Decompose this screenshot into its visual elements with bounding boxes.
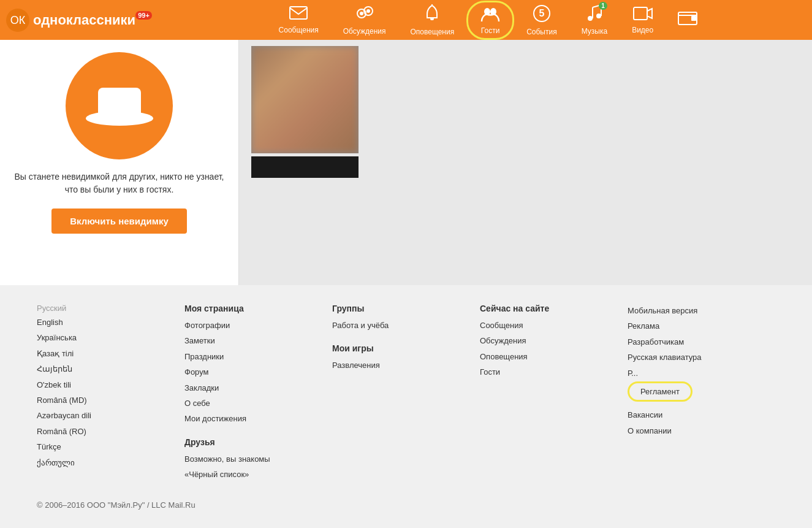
- link-mobile[interactable]: Мобильная версия: [628, 306, 697, 315]
- list-item[interactable]: Заметки: [184, 334, 332, 348]
- list-item[interactable]: Русская клавиатура: [628, 350, 775, 364]
- footer-languages-col: Русский English Українська Қазақ тілі Հա…: [37, 304, 184, 482]
- link-company[interactable]: О компании: [628, 426, 672, 435]
- list-item[interactable]: Azərbaycan dili: [37, 408, 184, 423]
- svg-rect-24: [98, 88, 141, 118]
- link-developers[interactable]: Разработчикам: [628, 337, 684, 346]
- footer-copyright: © 2006–2016 ООО "Мэйл.Ру" / LLC Mail.Ru: [37, 500, 775, 510]
- link-site-discussions[interactable]: Обсуждения: [480, 336, 526, 345]
- list-item[interactable]: Форум: [184, 365, 332, 379]
- list-item[interactable]: Română (RO): [37, 424, 184, 438]
- svg-text:ОК: ОК: [10, 14, 26, 26]
- footer-friends-title: Друзья: [184, 437, 332, 447]
- lang-georgian[interactable]: ქართული: [37, 458, 75, 467]
- link-ads[interactable]: Реклама: [628, 321, 659, 331]
- nav-events[interactable]: 5 События: [514, 0, 569, 41]
- list-item[interactable]: ქართული: [37, 456, 184, 470]
- list-item[interactable]: Р...: [628, 366, 775, 380]
- list-item[interactable]: Фотографии: [184, 318, 332, 332]
- nav-video[interactable]: Видео: [620, 1, 666, 39]
- list-item[interactable]: Обсуждения: [480, 334, 628, 348]
- footer-more-col: Мобильная версия Реклама Разработчикам Р…: [628, 304, 775, 482]
- list-item[interactable]: Мои достижения: [184, 411, 332, 426]
- list-item[interactable]: «Чёрный список»: [184, 467, 332, 481]
- link-work-study[interactable]: Работа и учёба: [332, 321, 389, 330]
- list-item[interactable]: Türkçe: [37, 440, 184, 454]
- list-item[interactable]: Работа и учёба: [332, 318, 480, 332]
- link-about[interactable]: О себе: [184, 399, 210, 408]
- lang-turkish[interactable]: Türkçe: [37, 442, 61, 451]
- list-item[interactable]: Реклама: [628, 319, 775, 333]
- link-blacklist[interactable]: «Чёрный список»: [184, 470, 249, 479]
- list-item[interactable]: О себе: [184, 396, 332, 410]
- list-item: [628, 403, 775, 407]
- profile-photo-blurred: [251, 46, 359, 153]
- video-icon: [633, 6, 653, 25]
- svg-rect-7: [430, 18, 434, 20]
- lang-ukrainian[interactable]: Українська: [37, 333, 77, 342]
- nav-messages-label: Сообщения: [279, 26, 319, 34]
- link-forum[interactable]: Форум: [184, 367, 209, 377]
- list-item[interactable]: Развлечения: [332, 358, 480, 372]
- list-item[interactable]: Регламент: [628, 381, 775, 402]
- link-keyboard[interactable]: Русская клавиатура: [628, 353, 702, 362]
- link-r-partial[interactable]: Р...: [628, 369, 638, 378]
- list-item[interactable]: Оповещения: [480, 350, 628, 364]
- list-item[interactable]: Праздники: [184, 350, 332, 364]
- logo-area[interactable]: ОК одноклассники 99+: [6, 9, 152, 32]
- list-item[interactable]: English: [37, 315, 184, 329]
- nav-music[interactable]: 1 Музыка: [569, 0, 620, 40]
- list-item[interactable]: Қазақ тілі: [37, 346, 184, 361]
- link-site-messages[interactable]: Сообщения: [480, 321, 523, 330]
- list-item[interactable]: О компании: [628, 424, 775, 438]
- footer-lang-list: English Українська Қазақ тілі Հայերեն O'…: [37, 315, 184, 470]
- link-maybe-know[interactable]: Возможно, вы знакомы: [184, 454, 270, 464]
- link-site-notifications[interactable]: Оповещения: [480, 352, 528, 361]
- lang-romanian-ro[interactable]: Română (RO): [37, 427, 86, 436]
- lang-uzbek[interactable]: O'zbek tili: [37, 380, 71, 389]
- svg-rect-2: [290, 7, 307, 19]
- list-item[interactable]: Гости: [480, 365, 628, 379]
- list-item[interactable]: Закладки: [184, 381, 332, 395]
- link-achievements[interactable]: Мои достижения: [184, 414, 246, 423]
- list-item[interactable]: Հայերեն: [37, 362, 184, 376]
- list-item[interactable]: Українська: [37, 331, 184, 345]
- link-vacancies[interactable]: Вакансии: [628, 410, 662, 419]
- lang-azerbaijani[interactable]: Azərbaycan dili: [37, 411, 91, 420]
- lang-kazakh[interactable]: Қазақ тілі: [37, 349, 74, 358]
- link-entertainment[interactable]: Развлечения: [332, 361, 380, 370]
- messages-icon: [289, 6, 308, 25]
- footer-current-lang: Русский: [37, 304, 184, 313]
- lang-english[interactable]: English: [37, 318, 63, 327]
- list-item[interactable]: Мобильная версия: [628, 304, 775, 318]
- nav-discussions[interactable]: Обсуждения: [331, 0, 398, 40]
- svg-marker-19: [647, 9, 652, 18]
- link-photos[interactable]: Фотографии: [184, 321, 230, 330]
- footer-mygames-links: Развлечения: [332, 358, 480, 372]
- lang-romanian-md[interactable]: Română (MD): [37, 396, 87, 405]
- lang-armenian[interactable]: Հայերեն: [37, 364, 72, 373]
- link-bookmarks[interactable]: Закладки: [184, 383, 219, 392]
- nav-notifications[interactable]: Оповещения: [398, 0, 466, 41]
- list-item[interactable]: O'zbek tili: [37, 378, 184, 392]
- link-notes[interactable]: Заметки: [184, 336, 215, 345]
- list-item[interactable]: Возможно, вы знакомы: [184, 452, 332, 466]
- nav-guests-label: Гости: [481, 26, 500, 35]
- link-site-guests[interactable]: Гости: [480, 367, 500, 377]
- nav-guests[interactable]: Гости: [466, 1, 514, 40]
- footer-mypage-col: Моя страница Фотографии Заметки Праздник…: [184, 304, 332, 482]
- link-holidays[interactable]: Праздники: [184, 352, 224, 361]
- link-reglament[interactable]: Регламент: [640, 387, 680, 396]
- guests-icon: [480, 6, 500, 25]
- list-item[interactable]: Вакансии: [628, 408, 775, 422]
- list-item[interactable]: Разработчикам: [628, 335, 775, 349]
- nav-wallet[interactable]: [666, 5, 710, 36]
- nav-messages[interactable]: Сообщения: [267, 1, 331, 39]
- invisible-button[interactable]: Включить невидимку: [51, 209, 187, 234]
- list-item[interactable]: Română (MD): [37, 393, 184, 407]
- list-item[interactable]: Сообщения: [480, 318, 628, 332]
- invisible-description: Вы станете невидимкой для других, никто …: [12, 170, 226, 196]
- footer-inner: Русский English Українська Қазақ тілі Հա…: [37, 304, 775, 482]
- logo-text: одноклассники: [33, 12, 135, 28]
- svg-point-14: [596, 13, 601, 18]
